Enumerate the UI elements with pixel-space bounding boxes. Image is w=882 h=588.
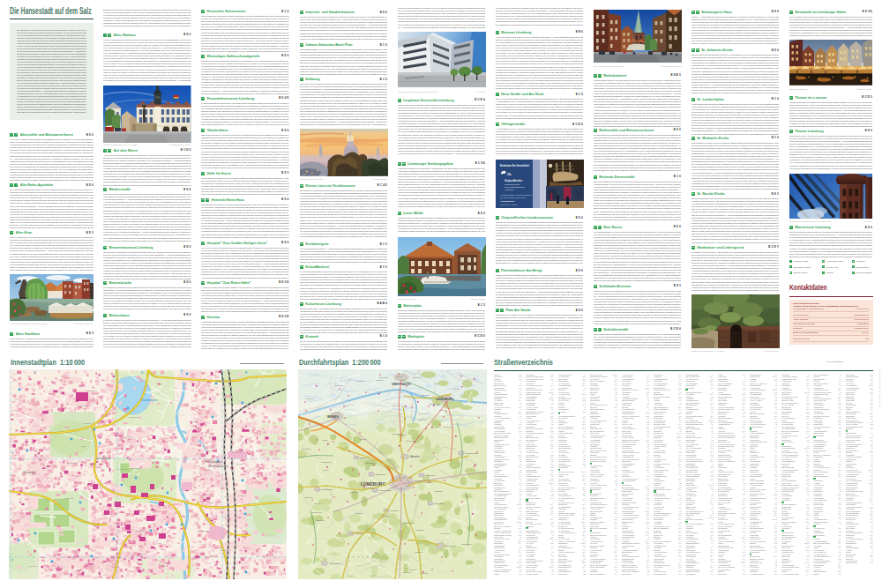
svg-text:Oerzen: Oerzen (397, 376, 404, 377)
svg-text:Artlenburg: Artlenburg (355, 380, 364, 382)
svg-text:Mittelfeld: Mittelfeld (238, 495, 247, 497)
svg-text:Melbeck: Melbeck (355, 512, 363, 514)
svg-text:Thomasburg: Thomasburg (311, 511, 323, 513)
svg-text:Oerzen: Oerzen (323, 469, 330, 471)
svg-text:Mechtersen: Mechtersen (322, 488, 333, 491)
svg-text:Moorfeld: Moorfeld (168, 426, 176, 428)
svg-text:Wittorf: Wittorf (434, 383, 439, 384)
svg-text:Häcklingen: Häcklingen (364, 487, 374, 488)
svg-text:Weststadt: Weststadt (220, 516, 229, 518)
svg-text:GEESTHACHT: GEESTHACHT (392, 383, 411, 386)
svg-text:Bütlingen: Bütlingen (435, 490, 444, 492)
svg-text:Boltersen: Boltersen (335, 384, 344, 386)
svg-text:Entdecken Sie Geschichte!: Entdecken Sie Geschichte! (500, 164, 529, 167)
svg-text:Boltersen: Boltersen (413, 376, 422, 378)
svg-text:Melbeck: Melbeck (425, 481, 433, 483)
svg-text:Dahlenburg: Dahlenburg (445, 545, 457, 547)
svg-text:Hittbergen: Hittbergen (375, 379, 384, 381)
svg-text:Brietlingen: Brietlingen (405, 522, 415, 524)
svg-text:Kalkberg: Kalkberg (220, 549, 228, 552)
svg-text:Vastorf: Vastorf (322, 439, 328, 441)
svg-text:Ilmenau: Ilmenau (88, 463, 96, 465)
svg-text:Barendorf: Barendorf (398, 434, 407, 435)
svg-text:Di bis So 10 – 18 Uhr: Di bis So 10 – 18 Uhr (500, 204, 517, 205)
svg-text:Zeltberg: Zeltberg (206, 450, 213, 452)
svg-text:Hafen: Hafen (224, 495, 230, 498)
svg-text:Kreideberg: Kreideberg (97, 457, 111, 460)
svg-text:Bütlingen: Bütlingen (403, 571, 412, 573)
svg-text:Goseburg: Goseburg (231, 409, 241, 412)
svg-text:Kirchgellersen: Kirchgellersen (429, 403, 441, 405)
svg-text:Betzendorf: Betzendorf (441, 532, 450, 534)
svg-text:Lüne: Lüne (81, 445, 86, 448)
svg-text:Reppenstedt: Reppenstedt (379, 489, 392, 492)
svg-text:Lüne: Lüne (206, 469, 212, 472)
svg-text:Bardowick: Bardowick (376, 473, 386, 476)
svg-text:Bütlingen: Bütlingen (409, 569, 418, 570)
svg-text:Amelinghsn: Amelinghsn (329, 562, 340, 565)
svg-text:Ochtmissen: Ochtmissen (135, 530, 146, 532)
svg-text:Ochtmissen: Ochtmissen (86, 390, 97, 392)
svg-text:E: E (245, 370, 248, 375)
svg-text:Kreidebergsee: Kreidebergsee (141, 398, 158, 402)
svg-text:Moorfeld: Moorfeld (190, 421, 198, 423)
svg-text:Lüdersburg: Lüdersburg (418, 413, 428, 414)
svg-text:Artlenburg: Artlenburg (346, 575, 355, 577)
svg-text:Thomasburg: Thomasburg (406, 440, 417, 442)
svg-text:Ostpreußisches: Ostpreußisches (505, 179, 523, 182)
svg-text:Scharnebeck: Scharnebeck (466, 452, 479, 455)
svg-text:Bütlingen: Bütlingen (350, 491, 359, 493)
svg-text:Mittelfeld: Mittelfeld (78, 405, 86, 407)
svg-text:Lüdersburg: Lüdersburg (365, 462, 375, 464)
svg-text:Kreideberg: Kreideberg (122, 436, 132, 439)
svg-text:Bütlingen: Bütlingen (422, 394, 430, 396)
svg-text:Thomasburg: Thomasburg (321, 461, 333, 463)
svg-text:C: C (34, 370, 36, 375)
svg-text:Thomasburg: Thomasburg (461, 543, 473, 545)
svg-text:Ebensberg: Ebensberg (198, 530, 208, 532)
svg-text:Melbeck: Melbeck (391, 510, 400, 512)
svg-text:Betzendorf: Betzendorf (379, 376, 388, 378)
svg-text:Zeltberg: Zeltberg (34, 516, 42, 518)
svg-text:Wendisch: Wendisch (303, 448, 311, 450)
svg-text:(Messegelände): (Messegelände) (208, 465, 228, 468)
svg-text:Barnstedt: Barnstedt (415, 551, 422, 553)
svg-text:Adendorf: Adendorf (410, 455, 420, 458)
svg-text:Lüne: Lüne (157, 542, 162, 545)
svg-text:Boltersen: Boltersen (382, 515, 391, 517)
svg-text:Melbeck: Melbeck (452, 388, 460, 390)
svg-text:Goseburg: Goseburg (67, 462, 77, 465)
svg-text:Kreideberg: Kreideberg (207, 502, 218, 504)
svg-text:Ilmenau: Ilmenau (30, 565, 38, 568)
svg-text:Bardowick: Bardowick (131, 467, 141, 470)
svg-text:Rullstorf: Rullstorf (314, 502, 321, 504)
svg-text:Grünhagen: Grünhagen (415, 529, 425, 531)
svg-text:Weststadt: Weststadt (23, 471, 34, 474)
svg-text:Melbeck: Melbeck (360, 438, 368, 440)
svg-text:Barendorf: Barendorf (435, 502, 445, 505)
svg-text:Schützenplatz: Schützenplatz (205, 460, 222, 464)
svg-text:WINSEN: WINSEN (327, 415, 339, 419)
svg-text:Vastorf: Vastorf (370, 575, 376, 577)
svg-text:Öffnungszeiten: Öffnungszeiten (500, 200, 515, 202)
svg-text:Ochtmissen: Ochtmissen (216, 380, 228, 383)
svg-text:D: D (141, 370, 144, 375)
svg-text:OL: OL (507, 173, 512, 176)
svg-text:Bütlingen: Bütlingen (305, 496, 314, 498)
svg-text:Abteilung: Abteilung (505, 189, 514, 191)
svg-text:Melbeck: Melbeck (439, 409, 447, 411)
svg-text:Kreideberg: Kreideberg (64, 497, 74, 500)
svg-text:S e v i n g: S e v i n g (348, 555, 375, 559)
svg-text:Ilmenau: Ilmenau (235, 463, 243, 465)
svg-text:Wendisch: Wendisch (426, 474, 436, 477)
svg-text:Moorfeld: Moorfeld (138, 553, 147, 555)
svg-text:Kalkberg: Kalkberg (83, 422, 92, 425)
svg-text:Lüdersburg: Lüdersburg (444, 426, 453, 428)
svg-text:Goseburg: Goseburg (232, 451, 242, 454)
svg-text:Hittbergen: Hittbergen (420, 572, 429, 574)
svg-text:Boltersen: Boltersen (415, 480, 423, 481)
svg-text:Boltersen: Boltersen (317, 519, 325, 521)
svg-text:Ochtmissen: Ochtmissen (129, 416, 140, 419)
svg-text:Bütlingen: Bütlingen (419, 419, 428, 421)
svg-text:Kreideberg: Kreideberg (116, 468, 127, 471)
